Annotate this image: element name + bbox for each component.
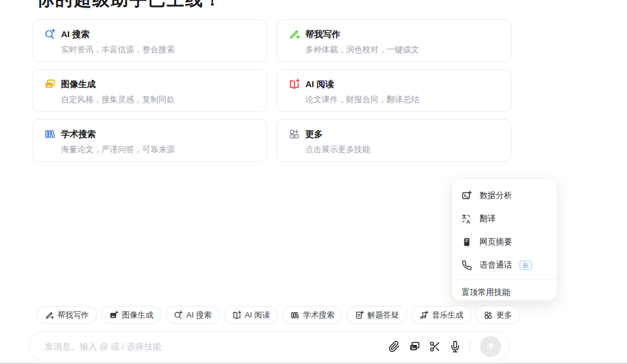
attachment-icon[interactable] bbox=[388, 341, 400, 352]
chip-music-gen[interactable]: 音乐生成 bbox=[411, 306, 471, 324]
card-title: 帮我写作 bbox=[305, 29, 340, 40]
skill-cards-grid: AI 搜索 实时资讯，丰富信源，整合搜索 帮我写作 多种体裁，润色校对，一键成文 bbox=[32, 19, 511, 162]
screenshot-scissors-icon[interactable] bbox=[429, 341, 441, 352]
page-title: 你的超级助手已上线！ bbox=[37, 0, 222, 12]
card-help-write[interactable]: 帮我写作 多种体裁，润色校对，一键成文 bbox=[276, 19, 511, 62]
grid-plus-icon bbox=[484, 311, 493, 320]
card-more[interactable]: 更多 点击展示更多技能 bbox=[276, 119, 511, 162]
card-desc: 多种体裁，润色校对，一键成文 bbox=[305, 45, 499, 55]
menu-item-web-summary[interactable]: 网页摘要 bbox=[452, 230, 557, 254]
menu-item-label: 网页摘要 bbox=[480, 237, 512, 247]
message-input[interactable] bbox=[45, 341, 388, 351]
svg-text:A: A bbox=[466, 219, 470, 225]
card-desc: 实时资讯，丰富信源，整合搜索 bbox=[61, 45, 255, 55]
book-plus-icon bbox=[289, 78, 300, 90]
message-composer bbox=[29, 331, 510, 362]
phone-icon bbox=[462, 260, 472, 271]
card-title: 图像生成 bbox=[61, 79, 96, 90]
new-badge: 新 bbox=[520, 261, 532, 271]
menu-item-data-analysis[interactable]: 数据分析 bbox=[452, 184, 557, 207]
card-title: AI 阅读 bbox=[305, 79, 334, 90]
card-desc: 论文课件，财报合同，翻译总结 bbox=[305, 95, 499, 105]
card-academic-search[interactable]: 学术搜索 海量论文，严谨问答，可靠来源 bbox=[32, 119, 267, 162]
card-image-gen[interactable]: 图像生成 自定风格，搜集灵感，复制同款 bbox=[32, 69, 267, 112]
skill-chips-row: 帮我写作 图像生成 AI 搜索 AI 阅读 bbox=[37, 306, 520, 324]
card-ai-read[interactable]: AI 阅读 论文课件，财报合同，翻译总结 bbox=[276, 69, 511, 112]
chip-label: 学术搜索 bbox=[303, 310, 334, 320]
chip-label: AI 搜索 bbox=[186, 310, 212, 320]
photos-icon[interactable] bbox=[409, 341, 420, 352]
image-icon bbox=[44, 78, 56, 90]
chip-label: 音乐生成 bbox=[432, 310, 463, 320]
more-skills-popup: 数据分析 文 A 翻译 网页摘要 语音通话 bbox=[452, 178, 557, 301]
chip-solve-questions[interactable]: 解题答疑 bbox=[347, 306, 407, 324]
chip-label: AI 阅读 bbox=[245, 310, 271, 320]
card-desc: 海量论文，严谨问答，可靠来源 bbox=[61, 145, 255, 155]
card-title: 学术搜索 bbox=[61, 129, 96, 140]
chip-image-gen[interactable]: 图像生成 bbox=[101, 306, 161, 324]
image-plus-icon bbox=[109, 311, 118, 320]
translate-icon: 文 A bbox=[462, 214, 472, 224]
chip-help-write[interactable]: 帮我写作 bbox=[37, 306, 97, 324]
card-desc: 自定风格，搜集灵感，复制同款 bbox=[61, 95, 255, 105]
menu-item-label: 语音通话 bbox=[480, 260, 512, 271]
grid-plus-icon bbox=[289, 128, 300, 140]
chip-ai-search[interactable]: AI 搜索 bbox=[165, 306, 220, 324]
search-plus-icon bbox=[174, 311, 183, 320]
chip-label: 图像生成 bbox=[122, 310, 153, 320]
chip-more[interactable]: 更多 bbox=[475, 306, 520, 324]
search-plus-icon bbox=[44, 28, 56, 40]
microphone-icon[interactable] bbox=[449, 341, 461, 352]
doc-plus-icon bbox=[355, 311, 364, 320]
composer-tools bbox=[388, 336, 501, 357]
chip-ai-read[interactable]: AI 阅读 bbox=[224, 306, 279, 324]
arrow-up-icon bbox=[485, 341, 496, 352]
menu-item-label: 数据分析 bbox=[480, 190, 512, 201]
menu-item-label: 翻译 bbox=[480, 214, 496, 224]
books-icon bbox=[44, 128, 56, 140]
menu-item-voice-call[interactable]: 语音通话 新 bbox=[452, 254, 557, 277]
chip-label: 帮我写作 bbox=[57, 310, 89, 320]
chip-academic-search[interactable]: 学术搜索 bbox=[282, 306, 343, 324]
pen-plus-icon bbox=[45, 311, 54, 320]
pin-skills-button[interactable]: 置顶常用技能 bbox=[452, 280, 557, 305]
chip-label: 解题答疑 bbox=[367, 310, 399, 320]
pen-plus-icon bbox=[289, 28, 300, 40]
card-ai-search[interactable]: AI 搜索 实时资讯，丰富信源，整合搜索 bbox=[32, 19, 267, 62]
menu-item-translate[interactable]: 文 A 翻译 bbox=[452, 207, 557, 230]
terminal-plus-icon bbox=[462, 190, 472, 201]
card-title: AI 搜索 bbox=[61, 29, 89, 40]
book-plus-icon bbox=[232, 311, 242, 320]
card-desc: 点击展示更多技能 bbox=[305, 145, 499, 155]
webpage-icon bbox=[462, 237, 472, 247]
books-icon bbox=[290, 311, 300, 320]
card-title: 更多 bbox=[305, 129, 323, 140]
tool-divider bbox=[470, 341, 470, 352]
music-plus-icon bbox=[419, 311, 428, 320]
chip-label: 更多 bbox=[496, 310, 512, 320]
send-button[interactable] bbox=[480, 336, 501, 357]
